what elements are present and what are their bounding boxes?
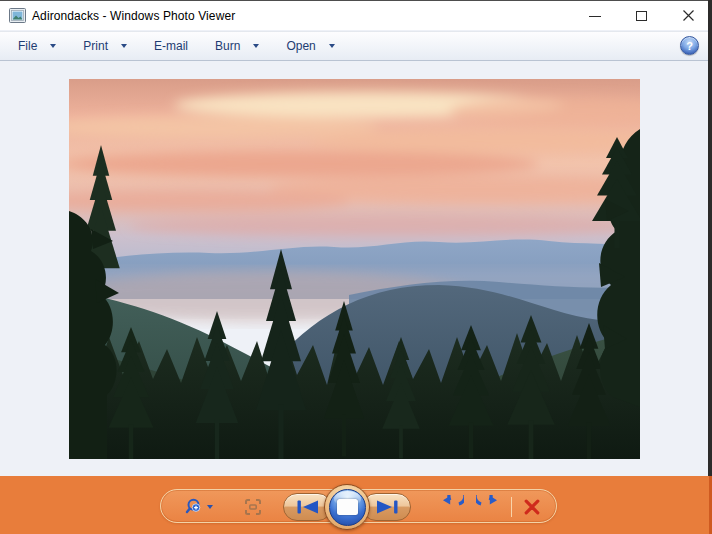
menu-email-label: E-mail xyxy=(154,39,188,53)
minimize-button[interactable] xyxy=(571,1,618,30)
menu-print-label: Print xyxy=(83,39,108,53)
menubar: File Print E-mail Burn Open ? xyxy=(0,31,712,61)
window-title: Adirondacks - Windows Photo Viewer xyxy=(32,9,235,23)
rotate-counterclockwise-button[interactable] xyxy=(434,493,470,521)
menu-email[interactable]: E-mail xyxy=(154,39,188,53)
help-icon[interactable]: ? xyxy=(680,36,699,55)
photo-adirondacks xyxy=(69,79,640,459)
control-pill xyxy=(160,489,557,523)
rotate-cw-icon xyxy=(476,495,500,519)
photo-viewer-app-icon xyxy=(9,8,26,23)
chevron-down-icon xyxy=(329,44,335,48)
chevron-down-icon xyxy=(207,505,213,509)
close-icon xyxy=(682,9,695,22)
next-icon xyxy=(376,500,398,514)
menu-print[interactable]: Print xyxy=(83,39,127,53)
fit-to-window-button[interactable] xyxy=(235,493,271,521)
menu-open-label: Open xyxy=(286,39,315,53)
menu-open[interactable]: Open xyxy=(286,39,334,53)
delete-button[interactable] xyxy=(514,493,550,521)
window-right-border xyxy=(708,0,712,476)
rotate-ccw-icon xyxy=(440,495,464,519)
chevron-down-icon xyxy=(121,44,127,48)
previous-icon xyxy=(297,500,319,514)
window-controls xyxy=(571,1,712,30)
rotate-clockwise-button[interactable] xyxy=(470,493,506,521)
minimize-icon xyxy=(589,16,601,17)
chevron-down-icon xyxy=(50,44,56,48)
menu-burn[interactable]: Burn xyxy=(215,39,259,53)
menu-file[interactable]: File xyxy=(18,39,56,53)
menu-burn-label: Burn xyxy=(215,39,240,53)
maximize-icon xyxy=(636,11,647,21)
close-button[interactable] xyxy=(665,1,712,30)
play-slideshow-button[interactable] xyxy=(324,484,370,530)
photo-canvas-area xyxy=(0,61,712,476)
slideshow-icon xyxy=(329,489,366,526)
maximize-button[interactable] xyxy=(618,1,665,30)
fit-to-window-icon xyxy=(243,497,263,517)
chevron-down-icon xyxy=(253,44,259,48)
photo-viewer-window: Adirondacks - Windows Photo Viewer File … xyxy=(0,0,712,534)
toolbar-divider xyxy=(511,497,512,517)
control-bar xyxy=(0,476,712,534)
delete-icon xyxy=(522,497,542,517)
magnifier-icon xyxy=(185,498,203,516)
titlebar: Adirondacks - Windows Photo Viewer xyxy=(0,0,712,30)
menu-file-label: File xyxy=(18,39,37,53)
zoom-button[interactable] xyxy=(177,493,221,521)
